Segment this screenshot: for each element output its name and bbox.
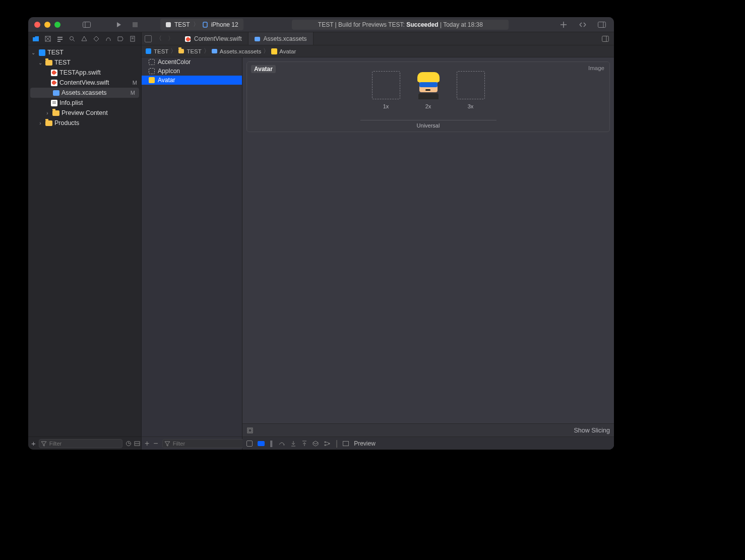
canvas-mid-toolbar: Show Slicing (242, 423, 614, 437)
recent-filter-icon[interactable] (126, 441, 133, 447)
editor-tab[interactable]: ContentView.swift (179, 32, 249, 45)
svg-rect-3 (166, 22, 171, 27)
navigator-selector (28, 32, 141, 45)
image-well-3x[interactable]: 3x (456, 71, 486, 109)
scheme-selector[interactable]: TEST 〉 iPhone 12 (160, 19, 243, 30)
activity-status[interactable]: TEST | Build for Previews TEST: Succeede… (292, 20, 509, 30)
svg-line-12 (73, 40, 75, 41)
svg-rect-10 (57, 41, 60, 42)
issue-navigator-icon[interactable] (80, 34, 89, 43)
editor-tab-active[interactable]: Assets.xcassets (249, 32, 314, 45)
svg-rect-8 (57, 37, 63, 38)
preview-icon[interactable] (343, 441, 349, 446)
tree-folder[interactable]: › Preview Content (28, 108, 141, 118)
navigator-footer: + (28, 437, 141, 450)
show-slicing-button[interactable]: Show Slicing (574, 427, 610, 434)
tree-file[interactable]: ContentView.swift M (28, 78, 141, 88)
asset-canvas: Avatar Image 1x (242, 57, 614, 450)
debug-toolbar: ‖ | Preview (242, 437, 614, 450)
asset-filter-input[interactable] (162, 439, 246, 448)
breakpoint-navigator-icon[interactable] (116, 34, 125, 43)
debug-navigator-icon[interactable] (104, 34, 113, 43)
asset-row[interactable]: AccentColor (142, 57, 242, 67)
tree-file-selected[interactable]: Assets.xcassets M (30, 88, 139, 98)
source-control-navigator-icon[interactable] (43, 34, 52, 43)
asset-title: Avatar (251, 65, 276, 73)
window-controls (34, 22, 60, 28)
scheme-target: TEST (174, 21, 190, 28)
pause-icon[interactable]: ‖ (270, 440, 273, 447)
nav-back-button[interactable]: 〈 (154, 34, 164, 43)
scheme-device: iPhone 12 (211, 21, 238, 28)
step-into-icon[interactable] (290, 441, 296, 447)
memory-graph-icon[interactable] (324, 441, 331, 447)
svg-point-11 (70, 36, 74, 40)
project-navigator-icon[interactable] (31, 34, 40, 43)
image-well-1x[interactable]: 1x (371, 71, 401, 109)
test-navigator-icon[interactable] (92, 34, 101, 43)
minimize-button[interactable] (44, 22, 50, 28)
editor-options-icon[interactable] (597, 32, 614, 45)
add-file-button[interactable]: + (31, 439, 36, 448)
titlebar: TEST 〉 iPhone 12 TEST | Build for Previe… (28, 17, 614, 32)
svg-rect-27 (343, 441, 349, 446)
avatar-thumbnail (414, 71, 443, 99)
stop-button[interactable] (129, 19, 141, 31)
svg-rect-9 (57, 39, 63, 40)
asset-row-selected[interactable]: Avatar (142, 76, 242, 85)
tree-root[interactable]: ⌄ TEST (28, 47, 141, 57)
tree-group[interactable]: ⌄ TEST (28, 57, 141, 68)
preview-label[interactable]: Preview (354, 440, 376, 447)
svg-rect-5 (598, 22, 606, 27)
toggle-debug-area-icon[interactable] (246, 441, 253, 447)
close-button[interactable] (34, 22, 40, 28)
tree-file[interactable]: Info.plist (28, 98, 141, 108)
remove-asset-button[interactable]: − (153, 439, 158, 448)
navigator-pane: ⌄ TEST ⌄ TEST TESTApp.swift ContentView.… (28, 32, 142, 450)
code-review-icon[interactable] (577, 19, 589, 31)
asset-list-footer: + − (142, 437, 242, 450)
toggle-inspector-icon[interactable] (596, 19, 608, 31)
add-asset-button[interactable]: + (145, 439, 149, 448)
step-over-icon[interactable] (278, 441, 285, 447)
svg-rect-4 (203, 22, 207, 27)
svg-rect-0 (83, 22, 91, 27)
report-navigator-icon[interactable] (128, 34, 137, 43)
scm-filter-icon[interactable] (134, 441, 141, 447)
svg-rect-18 (602, 36, 609, 41)
xcode-window: TEST 〉 iPhone 12 TEST | Build for Previe… (28, 17, 614, 450)
universal-label: Universal (417, 122, 440, 129)
tree-folder[interactable]: › Products (28, 118, 141, 128)
step-out-icon[interactable] (301, 441, 307, 447)
library-plus-icon[interactable] (557, 19, 570, 31)
asset-list-pane: AccentColor AppIcon Avatar + − (142, 57, 242, 450)
breakpoints-toggle[interactable] (258, 441, 265, 446)
nav-forward-button[interactable]: 〉 (166, 34, 176, 43)
toggle-navigator-icon[interactable] (81, 19, 93, 31)
editor-tab-bar: 〈 〉 ContentView.swift Assets.xcassets (142, 32, 614, 45)
asset-detail-card: Avatar Image 1x (246, 61, 610, 132)
breadcrumb[interactable]: TEST〉 TEST〉 Assets.xcassets〉 Avatar (142, 45, 614, 57)
run-button[interactable] (113, 19, 125, 31)
actual-size-icon[interactable] (246, 427, 254, 434)
svg-rect-21 (249, 429, 252, 432)
tree-file[interactable]: TESTApp.swift (28, 68, 141, 78)
image-well-2x[interactable]: 2x (413, 71, 444, 109)
asset-type-label: Image (588, 65, 604, 71)
fullscreen-button[interactable] (54, 22, 60, 28)
3d-view-icon[interactable] (313, 441, 319, 447)
symbol-navigator-icon[interactable] (55, 34, 65, 43)
asset-editor: Avatar Image 1x (242, 57, 614, 450)
navigator-filter-input[interactable] (39, 439, 122, 448)
svg-rect-2 (133, 22, 138, 27)
related-items-icon[interactable] (145, 35, 152, 42)
find-navigator-icon[interactable] (68, 34, 77, 43)
project-tree: ⌄ TEST ⌄ TEST TESTApp.swift ContentView.… (28, 45, 141, 437)
asset-row[interactable]: AppIcon (142, 67, 242, 76)
